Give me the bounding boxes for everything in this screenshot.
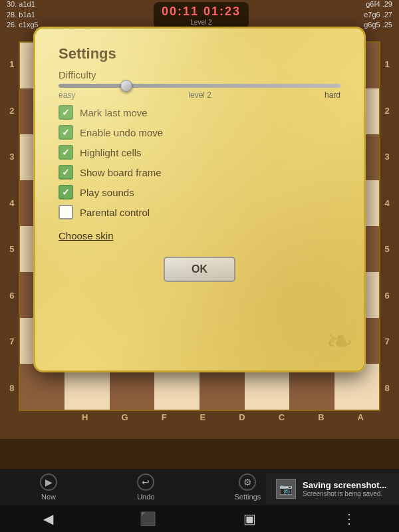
slider-track[interactable] <box>59 84 340 88</box>
ok-button[interactable]: OK <box>164 257 235 282</box>
slider-level-label: level 2 <box>188 90 211 100</box>
timer-display: 00:11 01:23 <box>162 5 241 19</box>
checkbox-row-show-board-frame[interactable]: Show board frame <box>59 165 340 180</box>
checkbox-row-parental-control[interactable]: Parental control <box>59 205 340 219</box>
screenshot-text-block: Saving screenshot... Screenshot is being… <box>303 480 386 497</box>
toolbar-label-undo: Undo <box>137 493 154 501</box>
checkbox-parental-control[interactable] <box>59 205 73 219</box>
back-nav-icon[interactable]: ◀ <box>43 511 53 527</box>
checkbox-mark-last-move[interactable] <box>59 105 73 120</box>
checkbox-row-play-sounds[interactable]: Play sounds <box>59 185 340 200</box>
toolbar-item-new[interactable]: ▶ New <box>40 473 57 501</box>
screenshot-sub-text: Screenshot is being saved. <box>303 490 386 497</box>
rank-labels-right: 12345678 <box>380 41 394 411</box>
checkbox-label-enable-undo: Enable undo move <box>80 127 163 138</box>
checkboxes-container: Mark last moveEnable undo moveHighlight … <box>59 105 340 219</box>
checkbox-highlight-cells[interactable] <box>59 145 73 160</box>
more-nav-icon[interactable]: ⋮ <box>342 511 356 527</box>
move-history-left: 30. a1d1 28. b1a1 26. c1xg5 <box>7 0 39 31</box>
recents-nav-icon[interactable]: ▣ <box>243 511 256 527</box>
nav-bar: ◀ ⬛ ▣ ⋮ <box>0 505 399 532</box>
toolbar-item-settings[interactable]: ⚙ Settings <box>235 473 261 501</box>
timer-area: 00:11 01:23 Level 2 <box>154 2 249 29</box>
new-icon: ▶ <box>40 473 57 491</box>
toolbar-item-undo[interactable]: ↩ Undo <box>137 473 154 501</box>
choose-skin-container[interactable]: Choose skin <box>59 225 340 247</box>
screenshot-main-text: Saving screenshot... <box>303 480 386 490</box>
rank-labels-left: 12345678 <box>5 41 19 411</box>
slider-easy-label: easy <box>59 90 75 100</box>
decorative-floral: ❧ <box>326 322 354 360</box>
settings-icon: ⚙ <box>239 473 256 491</box>
checkbox-label-show-board-frame: Show board frame <box>80 167 162 178</box>
level-label: Level 2 <box>162 19 241 26</box>
slider-labels: easy level 2 hard <box>59 90 340 100</box>
undo-icon: ↩ <box>137 473 154 491</box>
difficulty-label: Difficulty <box>59 69 340 80</box>
checkbox-label-parental-control: Parental control <box>80 207 150 218</box>
checkbox-play-sounds[interactable] <box>59 185 73 200</box>
move-history-right: g6f4 .29 e7g6 .27 g6g5 .25 <box>364 0 392 31</box>
settings-overlay: ❧ Settings Difficulty easy level 2 hard … <box>33 27 366 372</box>
checkbox-row-enable-undo[interactable]: Enable undo move <box>59 125 340 140</box>
settings-dialog: ❧ Settings Difficulty easy level 2 hard … <box>33 27 366 372</box>
screenshot-thumb-icon: 📷 <box>276 479 296 499</box>
checkbox-enable-undo[interactable] <box>59 125 73 140</box>
top-bar: 30. a1d1 28. b1a1 26. c1xg5 00:11 01:23 … <box>0 0 399 30</box>
checkbox-row-highlight-cells[interactable]: Highlight cells <box>59 145 340 160</box>
checkbox-label-mark-last-move: Mark last move <box>80 107 148 118</box>
file-labels-bottom: HGFEDCBA <box>5 412 394 422</box>
toolbar-label-new: New <box>41 493 56 501</box>
checkbox-label-highlight-cells: Highlight cells <box>80 147 142 158</box>
screenshot-notification: 📷 Saving screenshot... Screenshot is bei… <box>266 473 399 504</box>
choose-skin-link[interactable]: Choose skin <box>59 230 114 241</box>
ok-button-container: OK <box>59 257 340 282</box>
toolbar-label-settings: Settings <box>235 493 261 501</box>
settings-title: Settings <box>59 45 340 63</box>
difficulty-slider[interactable] <box>59 84 340 88</box>
checkbox-row-mark-last-move[interactable]: Mark last move <box>59 105 340 120</box>
difficulty-section: Difficulty easy level 2 hard <box>59 69 340 100</box>
home-nav-icon[interactable]: ⬛ <box>140 511 156 527</box>
checkbox-label-play-sounds: Play sounds <box>80 187 134 198</box>
checkbox-show-board-frame[interactable] <box>59 165 73 180</box>
slider-hard-label: hard <box>325 90 340 100</box>
